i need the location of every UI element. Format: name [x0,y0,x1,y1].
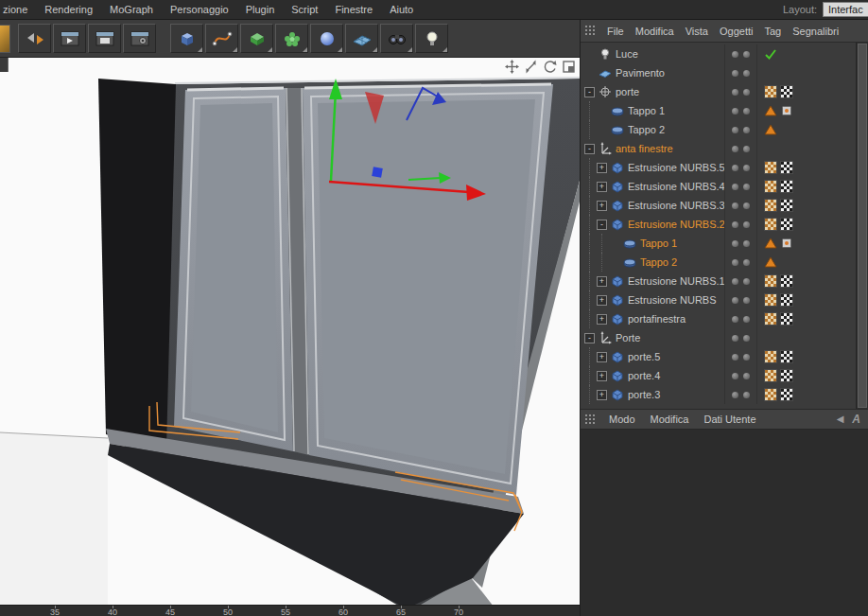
tree-row-estrusione-nurbs-4[interactable]: +Estrusione NURBS.4 [581,177,856,196]
visibility-dot[interactable] [732,392,738,398]
texture-tag-brown-icon[interactable] [764,350,777,363]
tree-row-tappo-1[interactable]: Tappo 1 [581,234,856,253]
texture-tag-icon[interactable] [780,161,793,174]
texture-tag-brown-icon[interactable] [764,199,777,212]
visibility-dot[interactable] [732,165,738,171]
expander-icon[interactable]: + [597,371,607,381]
am-menu-modo[interactable]: Modo [601,414,643,425]
menu-plugin[interactable]: Plugin [237,4,284,15]
expander-icon[interactable]: + [597,390,607,400]
om-menu-tag[interactable]: Tag [758,26,787,37]
mograph-button[interactable] [275,24,308,53]
light-button[interactable] [415,24,448,53]
visibility-dot[interactable] [732,373,738,379]
texture-tag-brown-icon[interactable] [764,218,777,231]
spline-button[interactable] [205,24,238,53]
om-menu-oggetti[interactable]: Oggetti [714,26,758,37]
orbit-camera-button[interactable] [543,60,557,74]
am-menu-modifica[interactable]: Modifica [643,414,697,425]
generator-button[interactable] [240,24,273,53]
phong-tag-icon[interactable] [764,123,777,136]
visibility-dot[interactable] [732,221,738,228]
texture-tag-icon[interactable] [780,369,793,382]
visibility-dot[interactable] [732,89,738,96]
render-picture-viewer-button[interactable] [88,24,121,53]
texture-tag-brown-icon[interactable] [764,180,777,193]
texture-tag-icon[interactable] [780,218,793,231]
tag-chip-icon[interactable] [780,237,793,250]
visibility-dot[interactable] [743,146,750,152]
visibility-dot[interactable] [743,297,750,304]
tree-row-porte-3[interactable]: +porte.3 [581,385,856,404]
visibility-dot[interactable] [743,240,750,247]
tree-row-anta-finestre[interactable]: -anta finestre [581,139,856,158]
menu-rendering[interactable]: Rendering [36,4,101,15]
render-settings-button[interactable] [123,24,156,53]
floor-button[interactable] [345,24,378,53]
tree-row-porte[interactable]: -porte [581,82,856,101]
om-menu-segnalibri[interactable]: Segnalibri [787,26,844,37]
om-scrollbar[interactable] [856,43,868,409]
texture-tag-icon[interactable] [780,180,793,193]
expander-icon[interactable]: - [584,144,595,154]
texture-tag-brown-icon[interactable] [764,312,777,326]
pan-camera-button[interactable] [505,60,519,74]
visibility-dot[interactable] [732,184,738,190]
expander-icon[interactable]: - [597,220,607,230]
visibility-dot[interactable] [732,316,738,323]
tree-row-porte-4[interactable]: +porte.4 [581,366,856,385]
toggle-view-button[interactable] [562,60,576,74]
texture-tag-icon[interactable] [780,312,793,326]
phong-tag-icon[interactable] [764,237,777,250]
phong-tag-icon[interactable] [764,104,777,117]
visibility-dot[interactable] [743,354,750,361]
visibility-dot[interactable] [743,184,750,190]
texture-tag-icon[interactable] [780,293,793,307]
texture-tag-icon[interactable] [780,388,793,401]
texture-tag-brown-icon[interactable] [764,388,777,401]
menu-aiuto[interactable]: Aiuto [381,4,422,15]
expander-icon[interactable]: - [584,333,595,343]
expander-icon[interactable]: + [597,352,607,362]
texture-tag-brown-icon[interactable] [764,293,777,307]
visibility-dot[interactable] [743,202,750,209]
visibility-dot[interactable] [743,316,750,323]
visibility-dot[interactable] [743,108,750,114]
om-menu-file[interactable]: File [601,26,630,37]
visibility-dot[interactable] [732,70,738,77]
menu-personaggio[interactable]: Personaggio [162,4,237,15]
visibility-dot[interactable] [732,51,738,58]
phong-tag-icon[interactable] [764,255,777,269]
visibility-dot[interactable] [732,335,738,342]
menu-script[interactable]: Script [283,4,326,15]
expander-icon[interactable]: - [584,87,595,97]
expander-icon[interactable]: + [597,276,607,287]
tree-row-estrusione-nurbs-5[interactable]: +Estrusione NURBS.5 [581,158,856,177]
visibility-dot[interactable] [732,354,738,361]
texture-tag-icon[interactable] [780,199,793,212]
undo-redo-button[interactable] [18,24,51,53]
visibility-dot[interactable] [743,70,750,77]
visibility-dot[interactable] [743,165,750,171]
visibility-dot[interactable] [743,51,750,58]
tree-row-estrusione-nurbs-1[interactable]: +Estrusione NURBS.1 [581,272,856,290]
tree-row-estrusione-nurbs-2[interactable]: -Estrusione NURBS.2 [581,215,856,234]
texture-tag-brown-icon[interactable] [764,161,777,174]
tree-row-tappo-2[interactable]: Tappo 2 [581,253,856,272]
menu-mograph[interactable]: MoGraph [101,4,162,15]
tree-row-portafinestra[interactable]: +portafinestra [581,309,856,328]
texture-tag-icon[interactable] [780,350,793,363]
visibility-dot[interactable] [732,278,738,285]
tree-row-porte-5[interactable]: +porte.5 [581,347,856,366]
visibility-dot[interactable] [743,89,750,96]
visibility-dot[interactable] [743,278,750,285]
timeline-ruler[interactable]: 3540455055606570 [0,605,580,616]
visibility-dot[interactable] [743,392,750,398]
tree-row-tappo-2[interactable]: Tappo 2 [581,120,856,139]
primitive-cube-button[interactable] [170,24,203,53]
texture-tag-brown-icon[interactable] [764,85,777,98]
menu-finestre[interactable]: Finestre [326,4,381,15]
layout-combobox[interactable]: Interfac [823,2,868,17]
zoom-camera-button[interactable] [524,60,538,74]
om-scrollbar-thumb[interactable] [858,44,867,408]
